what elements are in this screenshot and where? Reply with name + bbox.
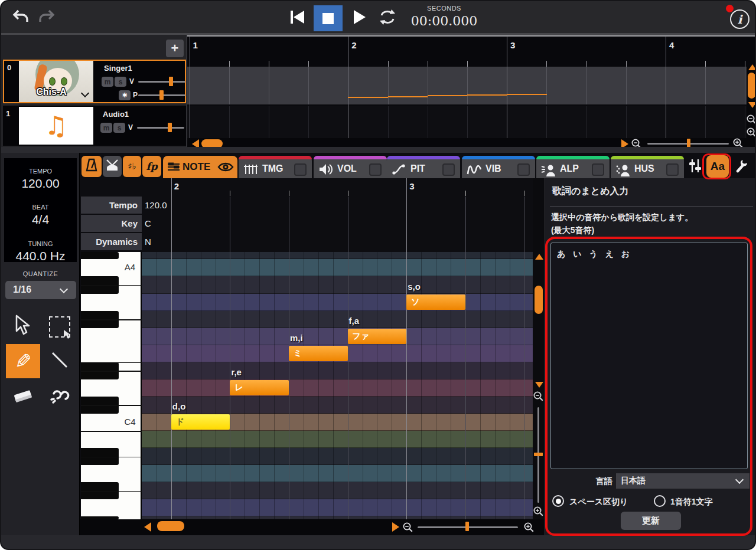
tool-cursor[interactable] <box>6 310 40 344</box>
beat-line <box>546 67 547 104</box>
vscroll-down-arrow[interactable] <box>535 382 543 388</box>
pianoroll-zoom-out-button[interactable] <box>402 522 413 535</box>
tab-vol[interactable]: VOL <box>314 156 387 178</box>
info-button[interactable]: i <box>730 9 750 29</box>
solo-button[interactable]: s <box>113 123 125 133</box>
measure-number: 4 <box>669 40 674 50</box>
pianoroll-hscroll-thumb[interactable] <box>157 521 184 531</box>
tab-color-bar <box>387 156 460 159</box>
annotation-highlight-lyrics-panel <box>545 237 752 536</box>
volume-slider-thumb[interactable] <box>169 77 173 86</box>
beat-tick <box>705 61 706 67</box>
scroll-left-arrow[interactable] <box>144 522 151 532</box>
beat-line <box>388 106 389 138</box>
solo-button[interactable]: s <box>115 77 126 87</box>
note-レ[interactable]: レ <box>230 380 289 395</box>
scroll-right-arrow[interactable] <box>392 522 399 532</box>
song-settings-box[interactable]: TEMPO 120.00 BEAT 4/4 TUNING 440.0 Hz <box>4 158 77 262</box>
tab-vib-checkbox[interactable] <box>517 163 530 176</box>
toggle-metronome-button[interactable] <box>82 156 102 177</box>
pianoroll-vscroll-thumb[interactable] <box>535 286 543 314</box>
black-key-A#4[interactable] <box>81 252 119 259</box>
sixteenth-gridline <box>333 252 334 519</box>
tab-pit-label: PIT <box>410 163 425 174</box>
header-row-value-key[interactable]: C <box>145 215 151 232</box>
header-row-value-dynamics[interactable]: N <box>145 233 151 250</box>
play-button[interactable] <box>346 6 373 31</box>
tab-pit[interactable]: PIT <box>387 156 460 178</box>
vscroll-down-arrow[interactable] <box>748 102 756 108</box>
tab-note[interactable]: NOTE <box>163 156 237 178</box>
beat-gridline <box>230 197 230 519</box>
tool-marquee-select[interactable] <box>43 310 77 344</box>
header-row-label-dynamics: Dynamics <box>81 233 142 250</box>
volume-slider[interactable] <box>138 81 185 83</box>
pianoroll-zoom-slider-thumb[interactable] <box>465 522 469 531</box>
tab-vol-checkbox[interactable] <box>369 163 382 176</box>
note-ファ[interactable]: ファ <box>348 329 407 344</box>
timeline-vzoom-out-button[interactable] <box>746 114 756 127</box>
tmg-icon <box>243 163 258 178</box>
pianoroll-vzoom-in-button[interactable] <box>533 506 544 519</box>
stop-button[interactable] <box>314 5 343 31</box>
tab-vib[interactable]: VIB <box>462 156 535 178</box>
pan-slider-thumb[interactable] <box>159 90 164 100</box>
tuning-value: 440.0 Hz <box>4 249 77 263</box>
render-button[interactable]: ✱ <box>119 90 131 100</box>
header-row-value-tempo[interactable]: 120.0 <box>145 197 167 214</box>
lyrics-panel-description2: (最大5音符) <box>551 225 594 236</box>
pianoroll-vzoom-out-button[interactable] <box>533 391 544 404</box>
tab-alp-checkbox[interactable] <box>592 163 604 176</box>
volume-slider-thumb[interactable] <box>168 123 172 132</box>
tab-hus-checkbox[interactable] <box>666 163 679 176</box>
undo-button[interactable] <box>9 7 32 30</box>
tool-unlink[interactable] <box>43 381 77 415</box>
tab-tmg[interactable]: TMG <box>239 156 312 178</box>
toggle-drum-button[interactable] <box>103 156 122 177</box>
note-ミ[interactable]: ミ <box>289 346 348 361</box>
app-window: SECONDS 00:00.000 i + 0 Chis-A Singer1 m… <box>0 0 756 550</box>
tool-line[interactable] <box>43 344 77 378</box>
note-ド[interactable]: ド <box>171 414 230 430</box>
beat-line <box>586 106 587 138</box>
vscroll-up-arrow[interactable] <box>748 64 756 70</box>
track-row-singer[interactable]: 0 Chis-A Singer1 m s V ✱ P <box>3 60 186 103</box>
tab-note-label: NOTE <box>183 161 210 173</box>
timeline-vscroll-thumb[interactable] <box>748 73 755 99</box>
tab-bar: ♯♭fpNOTETMGVOLPITVIBALPHUSAa <box>80 153 756 178</box>
tab-pit-checkbox[interactable] <box>442 163 455 176</box>
timeline-vzoom-in-button[interactable] <box>746 127 756 140</box>
visibility-eye-icon[interactable] <box>217 161 234 175</box>
notification-dot <box>726 5 734 12</box>
tool-pencil[interactable]: ✎ <box>6 344 40 378</box>
toggle-dynamics-button[interactable]: fp <box>142 156 161 177</box>
tab-hus[interactable]: HUS <box>611 156 684 178</box>
track-row-audio[interactable]: 1 ♫ Audio1 m s V <box>3 106 186 146</box>
pianoroll-vzoom-slider-thumb[interactable] <box>534 453 543 456</box>
quantize-dropdown[interactable]: 1/16 <box>5 281 76 299</box>
skip-to-start-button[interactable] <box>284 6 311 31</box>
add-track-button[interactable]: + <box>166 40 184 57</box>
beat-tick <box>546 61 547 67</box>
settings-wrench-button[interactable] <box>732 157 751 177</box>
tab-alp[interactable]: ALP <box>536 156 610 178</box>
eraser-icon <box>12 387 34 409</box>
mute-button[interactable]: m <box>100 123 112 133</box>
singer-avatar[interactable]: Chis-A <box>19 61 93 102</box>
key-label-A4: A4 <box>120 262 140 272</box>
sixteenth-gridline <box>363 252 363 519</box>
time-display[interactable]: 00:00.000 <box>391 14 497 28</box>
mute-button[interactable]: m <box>102 77 113 87</box>
skip-to-start-icon <box>289 9 305 27</box>
tool-eraser[interactable] <box>6 381 40 415</box>
note-ソ[interactable]: ソ <box>406 294 465 310</box>
tab-tmg-checkbox[interactable] <box>294 163 307 176</box>
vscroll-up-arrow[interactable] <box>535 254 543 260</box>
redo-button[interactable] <box>35 7 58 30</box>
audio-thumbnail[interactable]: ♫ <box>19 107 93 145</box>
pianoroll-zoom-in-button[interactable] <box>523 522 535 535</box>
tab-tmg-label: TMG <box>262 163 284 174</box>
white-key-separator <box>81 431 142 432</box>
toggle-accidental-button[interactable]: ♯♭ <box>123 156 141 177</box>
volume-slider[interactable] <box>137 127 184 129</box>
